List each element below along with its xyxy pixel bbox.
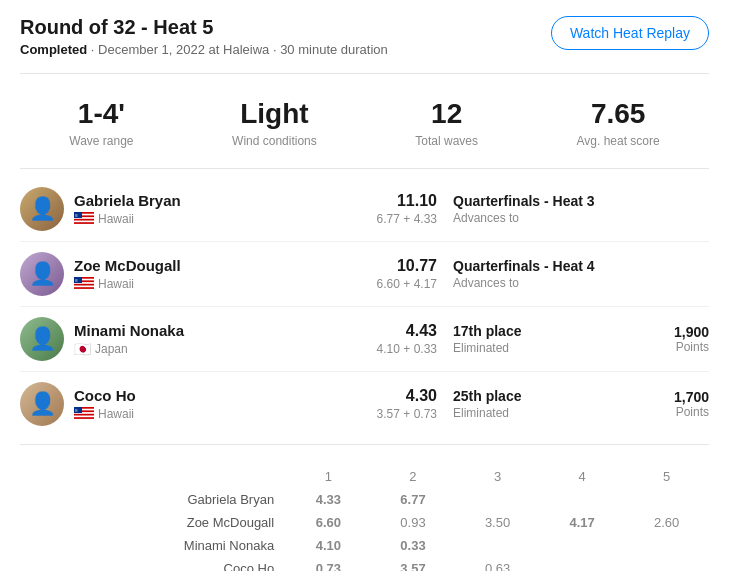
stat-value-wave-range: 1-4' bbox=[69, 98, 133, 130]
total-score: 11.10 bbox=[357, 192, 437, 210]
stat-value-wind: Light bbox=[232, 98, 317, 130]
wave-scores: 3.57 + 0.73 bbox=[357, 407, 437, 421]
total-score: 10.77 bbox=[357, 257, 437, 275]
svg-rect-10 bbox=[74, 283, 94, 285]
score-cell: 3.57 bbox=[371, 557, 456, 571]
country-name: Hawaii bbox=[98, 277, 134, 291]
score-cell: 3.50 bbox=[455, 511, 540, 534]
score-table-body: Gabriela Bryan4.336.77Zoe McDougall6.600… bbox=[20, 488, 709, 571]
score-cell bbox=[624, 557, 709, 571]
points-value: 1,900 bbox=[649, 324, 709, 340]
result-title: 17th place bbox=[453, 323, 633, 339]
athlete-result-area: Quarterfinals - Heat 4 Advances to bbox=[453, 258, 633, 290]
athlete-score-area: 10.77 6.60 + 4.17 bbox=[357, 257, 437, 291]
svg-rect-11 bbox=[74, 287, 94, 289]
score-cell: 4.10 bbox=[286, 534, 371, 557]
score-row-name: Minami Nonaka bbox=[20, 534, 286, 557]
athlete-info-minami-nonaka: Minami Nonaka 🇯🇵 Japan bbox=[74, 322, 357, 357]
svg-rect-3 bbox=[74, 218, 94, 220]
athlete-row-gabriela-bryan: 👤 Gabriela Bryan ≡ Hawaii 11.10 6.77 + 4… bbox=[20, 177, 709, 242]
result-title: Quarterfinals - Heat 3 bbox=[453, 193, 633, 209]
athlete-name: Minami Nonaka bbox=[74, 322, 357, 339]
country-name: Japan bbox=[95, 342, 128, 356]
result-sub: Advances to bbox=[453, 211, 633, 225]
svg-text:≡: ≡ bbox=[75, 407, 78, 413]
wave-scores: 4.10 + 0.33 bbox=[357, 342, 437, 356]
points-area: 1,700 Points bbox=[649, 389, 709, 419]
stat-label-wind: Wind conditions bbox=[232, 134, 317, 148]
stat-wave-range: 1-4' Wave range bbox=[69, 98, 133, 148]
athlete-result-area: 25th place Eliminated bbox=[453, 388, 633, 420]
score-cell bbox=[540, 488, 625, 511]
score-name-header bbox=[20, 465, 286, 488]
score-col-3: 3 bbox=[455, 465, 540, 488]
svg-rect-4 bbox=[74, 222, 94, 224]
flag-icon: ≡ bbox=[74, 211, 94, 227]
event-details: · December 1, 2022 at Haleiwa · 30 minut… bbox=[91, 42, 388, 57]
score-row: Gabriela Bryan4.336.77 bbox=[20, 488, 709, 511]
flag-icon: 🇯🇵 bbox=[74, 341, 91, 357]
athlete-result-area: Quarterfinals - Heat 3 Advances to bbox=[453, 193, 633, 225]
stat-avg-score: 7.65 Avg. heat score bbox=[577, 98, 660, 148]
score-row-name: Coco Ho bbox=[20, 557, 286, 571]
athlete-score-area: 4.30 3.57 + 0.73 bbox=[357, 387, 437, 421]
score-row: Coco Ho0.733.570.63 bbox=[20, 557, 709, 571]
stats-row: 1-4' Wave range Light Wind conditions 12… bbox=[20, 74, 709, 169]
points-value: 1,700 bbox=[649, 389, 709, 405]
athlete-row-zoe-mcdougall: 👤 Zoe McDougall ≡ Hawaii 10.77 6.60 + 4.… bbox=[20, 242, 709, 307]
athletes-section: 👤 Gabriela Bryan ≡ Hawaii 11.10 6.77 + 4… bbox=[20, 169, 709, 445]
score-col-5: 5 bbox=[624, 465, 709, 488]
header-meta: Completed · December 1, 2022 at Haleiwa … bbox=[20, 42, 388, 57]
svg-text:≡: ≡ bbox=[75, 212, 78, 218]
stat-value-avg-score: 7.65 bbox=[577, 98, 660, 130]
athlete-name: Gabriela Bryan bbox=[74, 192, 357, 209]
stat-label-avg-score: Avg. heat score bbox=[577, 134, 660, 148]
score-cell bbox=[540, 557, 625, 571]
watch-replay-button[interactable]: Watch Heat Replay bbox=[551, 16, 709, 50]
page-title: Round of 32 - Heat 5 bbox=[20, 16, 388, 39]
result-sub: Eliminated bbox=[453, 341, 633, 355]
score-table: 12345 Gabriela Bryan4.336.77Zoe McDougal… bbox=[20, 465, 709, 571]
stat-label-total-waves: Total waves bbox=[415, 134, 478, 148]
status-badge: Completed bbox=[20, 42, 87, 57]
score-row-name: Zoe McDougall bbox=[20, 511, 286, 534]
flag-icon: ≡ bbox=[74, 276, 94, 292]
avatar-coco-ho: 👤 bbox=[20, 382, 64, 426]
svg-rect-18 bbox=[74, 417, 94, 419]
athlete-name: Zoe McDougall bbox=[74, 257, 357, 274]
score-row-name: Gabriela Bryan bbox=[20, 488, 286, 511]
athlete-country: ≡ Hawaii bbox=[74, 211, 357, 227]
page-header: Round of 32 - Heat 5 Completed · Decembe… bbox=[20, 16, 709, 74]
athlete-score-area: 4.43 4.10 + 0.33 bbox=[357, 322, 437, 356]
score-col-2: 2 bbox=[371, 465, 456, 488]
score-cell: 4.17 bbox=[540, 511, 625, 534]
svg-rect-17 bbox=[74, 413, 94, 415]
score-cell: 2.60 bbox=[624, 511, 709, 534]
athlete-name: Coco Ho bbox=[74, 387, 357, 404]
score-cell: 6.77 bbox=[371, 488, 456, 511]
athlete-info-gabriela-bryan: Gabriela Bryan ≡ Hawaii bbox=[74, 192, 357, 227]
svg-text:≡: ≡ bbox=[75, 277, 78, 283]
athlete-info-zoe-mcdougall: Zoe McDougall ≡ Hawaii bbox=[74, 257, 357, 292]
avatar-minami-nonaka: 👤 bbox=[20, 317, 64, 361]
athlete-country: ≡ Hawaii bbox=[74, 276, 357, 292]
stat-wind: Light Wind conditions bbox=[232, 98, 317, 148]
athlete-row-minami-nonaka: 👤 Minami Nonaka 🇯🇵 Japan 4.43 4.10 + 0.3… bbox=[20, 307, 709, 372]
score-row: Minami Nonaka4.100.33 bbox=[20, 534, 709, 557]
result-sub: Eliminated bbox=[453, 406, 633, 420]
total-score: 4.30 bbox=[357, 387, 437, 405]
country-name: Hawaii bbox=[98, 212, 134, 226]
wave-scores: 6.60 + 4.17 bbox=[357, 277, 437, 291]
stat-label-wave-range: Wave range bbox=[69, 134, 133, 148]
flag-icon: ≡ bbox=[74, 406, 94, 422]
score-cell: 4.33 bbox=[286, 488, 371, 511]
points-label: Points bbox=[649, 405, 709, 419]
score-cell: 6.60 bbox=[286, 511, 371, 534]
score-cell bbox=[540, 534, 625, 557]
athlete-country: 🇯🇵 Japan bbox=[74, 341, 357, 357]
score-cell bbox=[624, 488, 709, 511]
avatar-gabriela-bryan: 👤 bbox=[20, 187, 64, 231]
result-sub: Advances to bbox=[453, 276, 633, 290]
points-label: Points bbox=[649, 340, 709, 354]
country-name: Hawaii bbox=[98, 407, 134, 421]
